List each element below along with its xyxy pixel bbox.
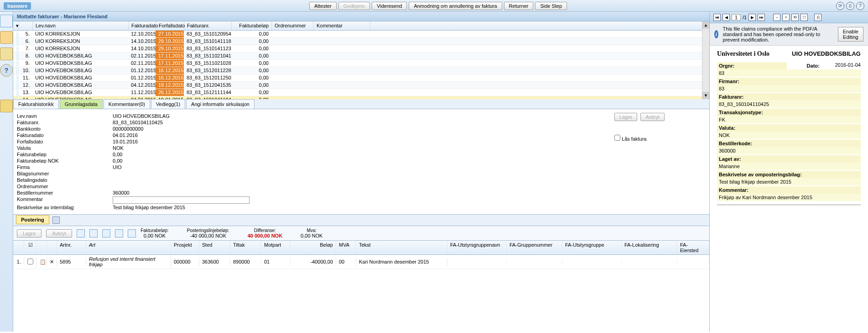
col-kom[interactable]: Kommentar [314,21,370,30]
row-kom [313,31,370,37]
bet-value [113,177,605,183]
pdf-trans-value: FK [717,116,861,123]
delete-icon[interactable]: ✕ [47,258,57,266]
col-motpart[interactable]: Motpart [261,241,291,254]
col-fa1[interactable]: FA-Utstyrsgruppenavn [447,241,507,254]
fit-icon[interactable]: □ [800,14,808,21]
row-belop: 0,00 [231,74,271,81]
tab-angi[interactable]: Angi informativ sirkulasjon [186,99,255,109]
col-fbelop[interactable]: Fakturabeløp [232,21,272,30]
last-page-icon[interactable]: ⏭ [758,14,765,21]
sidestep-button[interactable]: Side Step [535,2,567,10]
posting-icon-1[interactable] [77,229,85,238]
table-row[interactable]: 📄8.UIO HOVEDBOKSBILAG02.11.201517.11.201… [13,53,702,60]
scroll-up-icon[interactable]: ▲ [702,21,709,29]
posting-icon-3[interactable] [102,229,110,238]
videresend-button[interactable]: Videresend [372,2,407,10]
row-belop: 0,00 [231,60,271,67]
col-fnr[interactable]: Fakturanr. [184,21,232,30]
col-expand[interactable]: ▾ [13,21,19,30]
zoom-in-icon[interactable]: + [782,14,790,21]
next-page-icon[interactable]: ▶ [748,14,756,21]
table-row[interactable]: 📄11.UIO HOVEDBOKSBILAG01.12.201516.12.20… [13,74,702,82]
table-row[interactable]: 📄6.UIO KORREKSJON14.10.201529.10.201583_… [13,38,702,45]
tab-fakturahistorikk[interactable]: Fakturahistorikk [13,99,59,109]
col-mva[interactable]: MVA [336,241,356,254]
col-check[interactable]: ☑ [24,241,37,254]
posting-icon-4[interactable] [115,229,123,238]
col-art[interactable]: Art [86,241,171,254]
table-row[interactable]: 📄13.UIO HOVEDBOKSBILAG11.12.201526.12.20… [13,89,702,96]
col-fa5[interactable]: FA-Eiersted [677,241,709,254]
col-tekst[interactable]: Tekst [356,241,447,254]
table-row[interactable]: 📄14.UIO HOVEDBOKSBILAG04.01.201619.01.20… [13,96,702,99]
table-row[interactable]: 📄12.UIO HOVEDBOKSBILAG04.12.201519.12.20… [13,82,702,89]
kommentar-input[interactable] [113,196,249,204]
row-kom [313,60,370,67]
refresh-icon[interactable]: ⟳ [836,2,844,10]
col-fdato[interactable]: Fakturadato [129,21,156,30]
table-row[interactable]: 📄9.UIO HOVEDBOKSBILAG02.11.201517.11.201… [13,60,702,67]
col-lev[interactable]: Lev.navn [33,21,129,30]
col-fa4[interactable]: FA-Lokalisering [622,241,677,254]
col-fa3[interactable]: FA-Utstyrsgruppe [562,241,622,254]
key-icon[interactable] [0,100,13,112]
las-faktura-checkbox[interactable] [614,135,620,141]
scroll-down-icon[interactable]: ▼ [702,92,709,99]
col-sted[interactable]: Sted [199,241,230,254]
col-forfall[interactable]: Forfallsdato [156,21,184,30]
row-belop: 0,00 [231,67,271,74]
row-forfall: 17.11.2015 [156,60,184,67]
pdf-infobar: i This file claims compliance with the P… [710,23,868,46]
sidebar-help-icon[interactable]: ? [0,64,13,77]
col-belop[interactable]: Beløp [291,241,336,254]
row-kom [313,38,370,45]
grid-scrollbar[interactable]: ▲ ▼ [702,21,709,99]
prev-page-icon[interactable]: ◀ [722,14,730,21]
row-belop: 0,00 [231,53,271,59]
posting-icon-5[interactable] [128,229,136,238]
row-num: 1. [13,258,24,266]
print-icon[interactable]: ⎙ [846,2,854,10]
pdf-dato-value: 2016-01-04 [835,62,861,69]
col-tiltak[interactable]: Tiltak [230,241,261,254]
table-row[interactable]: 📄7.UIO KORREKSJON14.10.201529.10.201583_… [13,45,702,53]
annullering-button[interactable]: Anmodning om annullering av faktura [409,2,502,10]
pdf-print-icon[interactable]: ⎙ [814,14,821,21]
col-fa2[interactable]: FA-Gruppenummer [507,241,562,254]
row-fnr: 83_83_160104110425 [184,96,231,99]
enable-editing-button[interactable]: Enable Editing [838,27,863,42]
posting-row[interactable]: 1. 📋 ✕ 5895 Refusjon ved internt finansi… [13,255,709,269]
row-fnr: 83_83_151204153539 [184,82,231,89]
row-lev: UIO HOVEDBOKSBILAG [32,67,128,74]
pl-total-label: Posteringslinjebeløp: [187,228,229,233]
table-row[interactable]: 📄5.UIO KORREKSJON12.10.201527.10.201583_… [13,31,702,38]
returner-button[interactable]: Returner [504,2,534,10]
folder-icon[interactable] [0,31,13,44]
row-checkbox[interactable] [27,259,33,264]
zoom-out-icon[interactable]: − [773,14,780,21]
row-fnr: 83_83_151211114437 [184,89,231,96]
posting-icon-2[interactable] [89,229,98,238]
col-artnr[interactable]: Artnr. [57,241,86,254]
pdf-besk-value: Test bilag frikjøp desember 2015 [717,178,861,185]
col-ord[interactable]: Ordrenummer [272,21,314,30]
rotate-icon[interactable]: ⟲ [791,14,799,21]
pdf-divider [717,205,861,205]
postering-tab[interactable]: Postering [16,215,49,224]
help-icon[interactable]: ? [856,2,864,10]
attester-button[interactable]: Attester [309,2,337,10]
fnr-label: Fakturanr. [17,120,113,125]
tab-grunnlagsdata[interactable]: Grunnlagsdata [60,99,103,109]
first-page-icon[interactable]: ⏮ [713,14,721,21]
settings-icon[interactable] [0,48,13,60]
row-ord [271,53,313,59]
col-prosjekt[interactable]: Prosjekt [171,241,199,254]
postering-tool-icon[interactable] [52,217,60,224]
copy-icon[interactable]: 📋 [37,258,47,266]
tab-vedlegg[interactable]: Vedlegg(1) [151,99,185,109]
table-row[interactable]: 📄10.UIO HOVEDBOKSBILAG01.12.201516.12.20… [13,67,702,74]
page-input[interactable] [732,14,741,21]
documents-icon[interactable] [0,15,13,27]
tab-kommentarer[interactable]: Kommentarer(0) [104,99,150,109]
